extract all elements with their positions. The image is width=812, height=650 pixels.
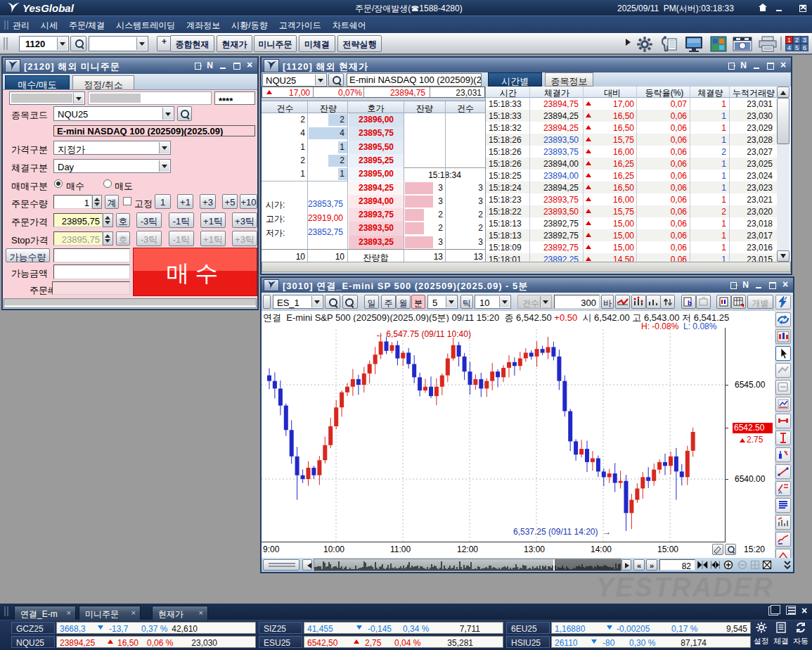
svg-text:b: b — [688, 300, 692, 307]
svg-text:A: A — [778, 489, 782, 495]
